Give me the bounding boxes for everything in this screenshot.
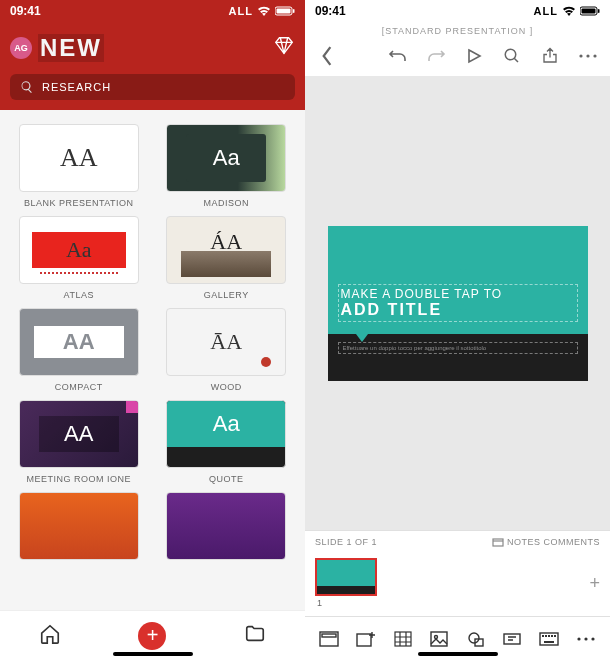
- svg-rect-2: [293, 9, 295, 13]
- svg-rect-4: [582, 9, 596, 14]
- home-indicator: [418, 652, 498, 656]
- status-time: 09:41: [10, 4, 41, 18]
- slide-counter: SLIDE 1 OF 1: [315, 537, 377, 548]
- svg-rect-10: [493, 539, 503, 546]
- svg-rect-21: [542, 635, 544, 637]
- slide-thumbnails: 1 +: [305, 554, 610, 616]
- svg-rect-1: [277, 9, 291, 14]
- status-bar: 09:41 ALL: [0, 0, 305, 22]
- slide-panel: SLIDE 1 OF 1 NOTES COMMENTS 1 +: [305, 530, 610, 616]
- svg-rect-20: [540, 633, 558, 645]
- battery-icon: [275, 6, 295, 16]
- search-placeholder: RESEARCH: [42, 81, 111, 93]
- template-chooser-screen: 09:41 ALL AG NEW RESEARCH AABLANK PRESEN…: [0, 0, 305, 660]
- template-blank[interactable]: AABLANK PRESENTATION: [10, 124, 148, 208]
- new-slide-icon[interactable]: [356, 629, 376, 649]
- editor-screen: 09:41 ALL [STANDARD PRESENTATION ] MAKE …: [305, 0, 610, 660]
- svg-point-7: [579, 54, 582, 57]
- redo-icon[interactable]: [426, 46, 446, 66]
- status-icons: ALL: [229, 5, 295, 17]
- table-icon[interactable]: [393, 629, 413, 649]
- status-time: 09:41: [315, 4, 346, 18]
- new-button[interactable]: +: [138, 622, 166, 650]
- svg-rect-12: [322, 634, 336, 637]
- textbox-icon[interactable]: [502, 629, 522, 649]
- folder-icon[interactable]: [244, 623, 266, 649]
- svg-point-6: [505, 49, 516, 60]
- svg-point-8: [586, 54, 589, 57]
- subtitle-placeholder[interactable]: Effettuare un doppio tocco per aggiunger…: [338, 342, 578, 354]
- svg-rect-15: [431, 632, 447, 646]
- share-icon[interactable]: [540, 46, 560, 66]
- svg-point-17: [469, 633, 479, 643]
- undo-icon[interactable]: [388, 46, 408, 66]
- template-quote[interactable]: AaQUOTE: [158, 400, 296, 484]
- avatar[interactable]: AG: [10, 37, 32, 59]
- template-atlas[interactable]: AaATLAS: [10, 216, 148, 300]
- battery-icon: [580, 6, 600, 16]
- svg-rect-13: [357, 634, 371, 646]
- svg-rect-22: [545, 635, 547, 637]
- more-tools-icon[interactable]: [576, 629, 596, 649]
- slide-layout-icon[interactable]: [319, 629, 339, 649]
- more-icon[interactable]: [578, 46, 598, 66]
- template-extra-1[interactable]: [10, 492, 148, 560]
- svg-point-29: [591, 637, 594, 640]
- svg-rect-23: [548, 635, 550, 637]
- svg-rect-25: [554, 635, 556, 637]
- template-madison[interactable]: AaMADISON: [158, 124, 296, 208]
- play-icon[interactable]: [464, 46, 484, 66]
- search-icon[interactable]: [502, 46, 522, 66]
- template-grid: AABLANK PRESENTATION AaMADISON AaATLAS Á…: [0, 110, 305, 660]
- add-slide-button[interactable]: +: [589, 573, 600, 594]
- svg-rect-24: [551, 635, 553, 637]
- search-input[interactable]: RESEARCH: [10, 74, 295, 100]
- status-bar: 09:41 ALL: [305, 0, 610, 22]
- svg-rect-14: [395, 632, 411, 646]
- svg-rect-26: [544, 641, 554, 643]
- home-indicator: [113, 652, 193, 656]
- left-header: AG NEW RESEARCH: [0, 22, 305, 110]
- slide-thumb-1[interactable]: [315, 558, 377, 596]
- wifi-icon: [562, 6, 576, 16]
- template-gallery[interactable]: ÁAGALLERY: [158, 216, 296, 300]
- notes-comments-toggle[interactable]: NOTES COMMENTS: [492, 537, 600, 548]
- status-icons: ALL: [534, 5, 600, 17]
- page-title: NEW: [38, 34, 104, 62]
- template-extra-2[interactable]: [158, 492, 296, 560]
- keyboard-icon[interactable]: [539, 629, 559, 649]
- template-wood[interactable]: ĀAWOOD: [158, 308, 296, 392]
- svg-point-28: [584, 637, 587, 640]
- bottom-nav: +: [0, 610, 305, 660]
- svg-rect-5: [598, 9, 600, 13]
- title-placeholder[interactable]: MAKE A DOUBLE TAP TO ADD TITLE: [338, 284, 578, 322]
- svg-point-9: [593, 54, 596, 57]
- premium-icon[interactable]: [273, 35, 295, 62]
- home-icon[interactable]: [39, 623, 61, 649]
- image-icon[interactable]: [429, 629, 449, 649]
- slide-canvas: MAKE A DOUBLE TAP TO ADD TITLE Effettuar…: [305, 76, 610, 530]
- slide[interactable]: MAKE A DOUBLE TAP TO ADD TITLE Effettuar…: [328, 226, 588, 381]
- document-title[interactable]: [STANDARD PRESENTATION ]: [305, 22, 610, 46]
- svg-point-27: [577, 637, 580, 640]
- search-icon: [20, 80, 34, 94]
- template-compact[interactable]: AACOMPACT: [10, 308, 148, 392]
- svg-rect-19: [504, 634, 520, 644]
- back-icon[interactable]: [317, 46, 337, 66]
- template-meeting[interactable]: AAMEETING ROOM IONE: [10, 400, 148, 484]
- wifi-icon: [257, 6, 271, 16]
- shape-icon[interactable]: [466, 629, 486, 649]
- editor-toolbar: [305, 46, 610, 76]
